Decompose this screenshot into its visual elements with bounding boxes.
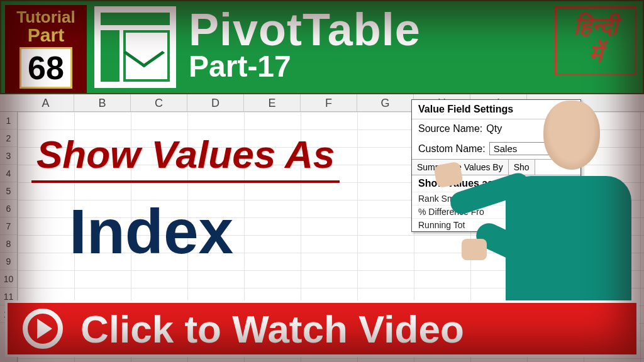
dialog-tabbar: Summarize Values By Sho — [412, 159, 580, 175]
custom-name-label: Custom Name: — [418, 143, 486, 155]
title-main: PivotTable — [189, 4, 421, 55]
custom-name-input[interactable]: Sales — [489, 142, 574, 155]
row-header: 8 — [0, 235, 17, 253]
list-item[interactable]: Running Tot — [412, 218, 580, 231]
source-name-label: Source Name: — [418, 123, 482, 134]
dialog-title: Value Field Settings — [412, 100, 580, 119]
hindi-badge: हिन्दी में — [555, 6, 636, 75]
tutorial-part-badge: Tutorial Part 68 — [5, 5, 87, 93]
col-header: G — [357, 94, 414, 111]
list-item[interactable]: % Difference Fro — [412, 205, 580, 218]
row-header: 7 — [0, 217, 17, 235]
cta-bar[interactable]: Click to Watch Video — [5, 300, 639, 357]
index-label: Index — [69, 195, 340, 268]
tab-show-values[interactable]: Sho — [509, 160, 535, 175]
hindi-line2: में — [557, 40, 635, 67]
list-item[interactable]: Rank Smallest to La — [412, 192, 580, 205]
part-number: 68 — [19, 47, 72, 89]
show-values-as-subhead: Show values as — [412, 175, 580, 192]
col-header: B — [74, 94, 131, 111]
cta-text: Click to Watch Video — [80, 307, 464, 351]
row-header: 6 — [0, 200, 17, 217]
row-header: 1 — [0, 112, 17, 129]
center-text: Show Values As Index — [31, 132, 340, 268]
source-name-value: Qty — [486, 123, 502, 134]
play-icon — [23, 309, 63, 349]
part-label: Part — [8, 25, 84, 46]
row-header: 3 — [0, 147, 17, 165]
col-header: E — [244, 94, 301, 111]
row-header: 10 — [0, 270, 17, 288]
row-header: 2 — [0, 129, 17, 147]
row-header: 4 — [0, 165, 17, 182]
row-header: 9 — [0, 253, 17, 270]
tab-summarize[interactable]: Summarize Values By — [412, 160, 509, 175]
value-field-settings-dialog: Value Field Settings Source Name: Qty Cu… — [411, 99, 581, 232]
title-block: PivotTable Part-17 — [189, 4, 421, 84]
hindi-line1: हिन्दी — [557, 12, 635, 40]
col-header: A — [18, 94, 74, 111]
col-header: F — [301, 94, 357, 111]
pivottable-icon — [94, 6, 176, 88]
col-header: C — [131, 94, 187, 111]
row-header: 5 — [0, 182, 17, 200]
show-values-as-label: Show Values As — [31, 132, 340, 183]
col-header: D — [187, 94, 244, 111]
